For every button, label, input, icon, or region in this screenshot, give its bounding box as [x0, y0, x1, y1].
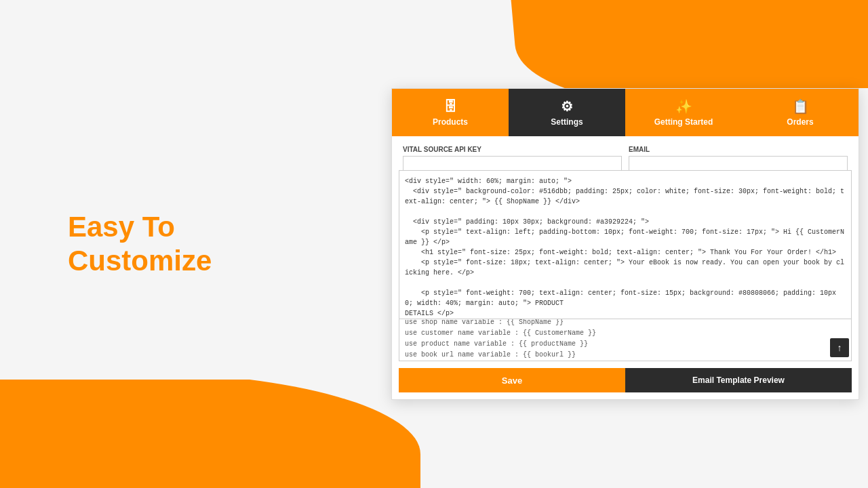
- email-label: EMAIL: [629, 146, 848, 153]
- heading-line2: Customize: [68, 245, 212, 277]
- preview-button[interactable]: Email Template Preview: [625, 368, 852, 392]
- upload-icon: ↑: [837, 342, 842, 353]
- orders-icon: 📋: [792, 98, 809, 115]
- bottom-buttons: Save Email Template Preview: [399, 368, 852, 392]
- tab-settings-label: Settings: [551, 117, 583, 127]
- tab-products[interactable]: 🗄 Products: [392, 89, 509, 136]
- tab-orders-label: Orders: [787, 117, 813, 127]
- settings-icon: ⚙: [561, 98, 573, 115]
- variable-line-4: use book url name variable : {{ bookurl …: [405, 350, 846, 361]
- tab-orders[interactable]: 📋 Orders: [742, 89, 859, 136]
- variable-line-3: use product name variable : {{ productNa…: [405, 339, 846, 350]
- heading-line1: Easy To: [68, 211, 175, 243]
- products-icon: 🗄: [443, 99, 457, 115]
- upload-button[interactable]: ↑: [830, 338, 849, 357]
- variables-box: use shop name variable : {{ ShopName }} …: [399, 312, 852, 361]
- getting-started-icon: ✨: [675, 98, 692, 115]
- panel-content: VITAL SOURCE API KEY EMAIL SMTP SE SMTP …: [392, 136, 859, 399]
- code-content: <div style=" width: 60%; margin: auto; "…: [405, 176, 846, 319]
- code-editor[interactable]: <div style=" width: 60%; margin: auto; "…: [399, 170, 852, 319]
- tab-getting-started-label: Getting Started: [654, 117, 713, 127]
- bg-decoration-top: [0, 0, 868, 88]
- api-key-label: VITAL SOURCE API KEY: [403, 146, 622, 153]
- main-panel: 🗄 Products ⚙ Settings ✨ Getting Started …: [391, 88, 859, 400]
- variable-line-2: use customer name variable : {{ Customer…: [405, 328, 846, 339]
- tab-settings[interactable]: ⚙ Settings: [509, 89, 625, 136]
- tab-getting-started[interactable]: ✨ Getting Started: [625, 89, 742, 136]
- save-button[interactable]: Save: [399, 368, 625, 392]
- tab-products-label: Products: [433, 117, 468, 127]
- nav-tabs: 🗄 Products ⚙ Settings ✨ Getting Started …: [392, 89, 859, 136]
- left-heading: Easy To Customize: [68, 210, 212, 279]
